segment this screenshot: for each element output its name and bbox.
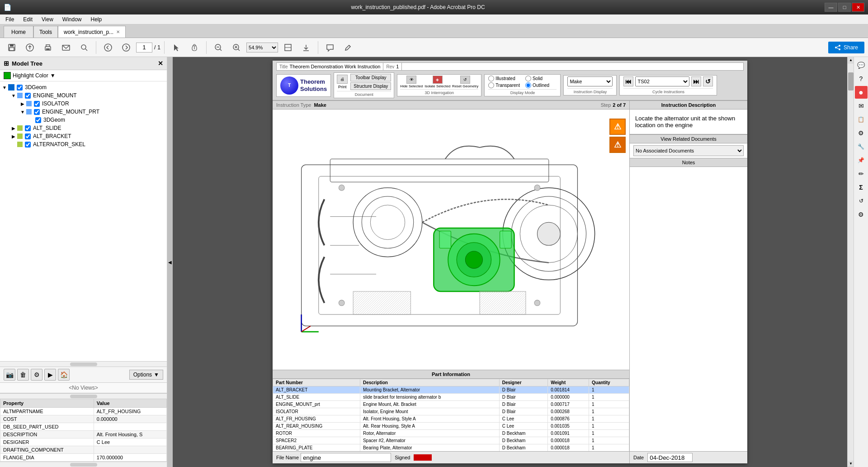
- rp-icon-edit[interactable]: ✏: [855, 167, 868, 180]
- solid-radio[interactable]: [525, 76, 531, 81]
- rp-icon-settings[interactable]: ⚙: [855, 127, 868, 139]
- isolate-selected-btn[interactable]: ◈ Isolate Selected: [425, 76, 450, 88]
- cycle-next-button[interactable]: ⏭: [691, 76, 701, 86]
- zoom-select[interactable]: 54.9% 75% 100% 150%: [246, 43, 278, 52]
- reset-geometry-btn[interactable]: ↺ Reset Geometry: [452, 76, 478, 88]
- expand-icon-alt-bracket[interactable]: ▶: [11, 134, 16, 139]
- part-row-rotor[interactable]: ROTOR Rotor, Alternator D Beckham 0.0010…: [273, 430, 629, 437]
- download-button[interactable]: [298, 39, 314, 56]
- tree-item-alternator-skel[interactable]: ALTERNATOR_SKEL: [2, 140, 165, 148]
- part-row-alt-bracket[interactable]: ALT_BRACKET Mounting Bracket, Alternator…: [273, 386, 629, 394]
- scroll-up-button[interactable]: ▲: [848, 57, 854, 63]
- checkbox-emp[interactable]: [34, 109, 40, 115]
- expand-icon-engine-mount-prt[interactable]: ▼: [20, 110, 25, 114]
- rp-icon-email[interactable]: ✉: [855, 100, 868, 112]
- scroll-down-button[interactable]: ▼: [848, 461, 854, 467]
- share-button[interactable]: Share: [828, 42, 864, 53]
- prev-page-button[interactable]: [100, 39, 116, 56]
- add-view-button[interactable]: 📷: [4, 369, 15, 381]
- tree-item-alt-bracket[interactable]: ▶ ALT_BRACKET: [2, 132, 165, 140]
- transparent-radio[interactable]: [488, 82, 494, 88]
- rp-icon-comment[interactable]: 📋: [855, 113, 868, 126]
- options-dropdown-button[interactable]: Options ▼: [129, 370, 163, 380]
- tab-tools[interactable]: Tools: [33, 26, 58, 38]
- highlight-color-dropdown-icon[interactable]: ▼: [50, 72, 56, 79]
- expand-icon-3dgeom[interactable]: ▼: [2, 85, 7, 90]
- footer-filename-input[interactable]: [301, 453, 391, 462]
- play-view-button[interactable]: ▶: [44, 369, 56, 381]
- tab-home[interactable]: Home: [4, 26, 33, 38]
- select-tool-button[interactable]: [168, 39, 184, 56]
- checkbox-engine-mount[interactable]: [25, 93, 31, 99]
- props-horiz-scroll[interactable]: [0, 393, 167, 399]
- make-select[interactable]: Make Buy All: [567, 76, 613, 86]
- page-number-input[interactable]: [136, 43, 152, 52]
- fit-page-button[interactable]: [280, 39, 296, 56]
- tree-item-isolator[interactable]: ▶ ISOLATOR: [2, 100, 165, 108]
- outlined-radio[interactable]: [525, 82, 531, 88]
- save-button[interactable]: [4, 39, 20, 56]
- zoom-out-button[interactable]: [210, 39, 226, 56]
- checkbox-3dgeom[interactable]: [17, 85, 23, 91]
- rp-icon-tool[interactable]: 🔧: [855, 140, 868, 153]
- upload-button[interactable]: [22, 39, 38, 56]
- menu-view[interactable]: View: [38, 15, 57, 24]
- part-row-alt-slide[interactable]: ALT_SLIDE slide bracket for tensioning a…: [273, 394, 629, 401]
- related-docs-select[interactable]: No Associated Documents: [633, 145, 744, 156]
- part-row-isolator[interactable]: ISOLATOR Isolator, Engine Mount D Blair …: [273, 408, 629, 415]
- search-button[interactable]: [76, 39, 92, 56]
- expand-icon-alt-slide[interactable]: ▶: [11, 126, 16, 131]
- next-page-button[interactable]: [118, 39, 134, 56]
- delete-view-button[interactable]: 🗑: [17, 369, 29, 381]
- checkbox-alt-slide[interactable]: [25, 125, 31, 131]
- zoom-in-button[interactable]: [228, 39, 245, 56]
- menu-edit[interactable]: Edit: [19, 15, 36, 24]
- scroll-track[interactable]: [848, 63, 854, 461]
- expand-icon-isolator[interactable]: ▶: [20, 101, 25, 106]
- menu-window[interactable]: Window: [59, 15, 85, 24]
- hide-selected-btn[interactable]: 👁 Hide Selected: [400, 76, 423, 88]
- cycle-prev-button[interactable]: ⏮: [623, 76, 633, 86]
- rp-icon-help[interactable]: ?: [855, 72, 868, 85]
- maximize-button[interactable]: □: [838, 3, 851, 12]
- part-row-engine-mount-prt[interactable]: ENGINE_MOUNT_prt Engine Mount, Alt. Brac…: [273, 401, 629, 408]
- part-row-alt-fr-housing[interactable]: ALT_FR_HOUSING Alt. Front Housing, Style…: [273, 415, 629, 423]
- tree-item-engine-mount[interactable]: ▼ ENGINE_MOUNT: [2, 91, 165, 100]
- tree-item-engine-mount-prt[interactable]: ▼ ENGINE_MOUNT_PRT: [2, 108, 165, 116]
- tree-item-3dgeom-child[interactable]: 3DGeom: [2, 116, 165, 124]
- print-icon[interactable]: 🖨: [337, 75, 348, 84]
- model-tree[interactable]: ▼ 3DGeom ▼ ENGINE_MOUNT ▶ ISOLATOR: [0, 81, 167, 361]
- cycle-refresh-button[interactable]: ↺: [703, 76, 713, 86]
- pencil-button[interactable]: [340, 39, 356, 56]
- close-button[interactable]: ✕: [852, 3, 864, 12]
- vertical-scrollbar[interactable]: ▲ ▼: [847, 57, 854, 467]
- props-bottom-scroll[interactable]: [0, 462, 167, 467]
- part-row-alt-rear-housing[interactable]: ALT_REAR_HOUSING Alt. Rear Housing, Styl…: [273, 423, 629, 430]
- rp-icon-gear2[interactable]: ⚙: [855, 208, 868, 221]
- menu-help[interactable]: Help: [87, 15, 106, 24]
- right-date-input[interactable]: [647, 453, 693, 462]
- rp-icon-sigma[interactable]: Σ: [855, 181, 868, 194]
- checkbox-3dgeom-child[interactable]: [35, 117, 41, 123]
- illustrated-radio[interactable]: [488, 76, 494, 81]
- toolbar-display-button[interactable]: Toolbar Display: [350, 74, 391, 81]
- sidebar-collapse-handle[interactable]: ◀: [167, 57, 173, 467]
- email-button[interactable]: [58, 39, 74, 56]
- expand-icon-engine-mount[interactable]: ▼: [11, 93, 16, 98]
- tree-horizontal-scroll[interactable]: [0, 361, 167, 367]
- tab-document[interactable]: work_instruction_p... ✕: [58, 26, 126, 38]
- 3d-view[interactable]: ⚠ ⚠: [273, 110, 629, 370]
- tree-item-alt-slide[interactable]: ▶ ALT_SLIDE: [2, 124, 165, 132]
- sidebar-close-button[interactable]: ✕: [158, 60, 163, 67]
- settings-view-button[interactable]: ⚙: [31, 369, 42, 381]
- checkbox-alt-bracket[interactable]: [25, 133, 31, 139]
- home-view-button[interactable]: 🏠: [58, 369, 70, 381]
- hand-tool-button[interactable]: [186, 39, 203, 56]
- comment-button[interactable]: [322, 39, 338, 56]
- part-row-bearing-plate[interactable]: BEARING_PLATE Bearing Plate, Alternator …: [273, 444, 629, 452]
- structure-display-button[interactable]: Structure Display: [350, 82, 391, 90]
- print-button[interactable]: [40, 39, 56, 56]
- rp-icon-chat[interactable]: 💬: [855, 59, 868, 71]
- rp-icon-pin[interactable]: 📌: [855, 154, 868, 167]
- rp-icon-alert[interactable]: ●: [855, 86, 868, 99]
